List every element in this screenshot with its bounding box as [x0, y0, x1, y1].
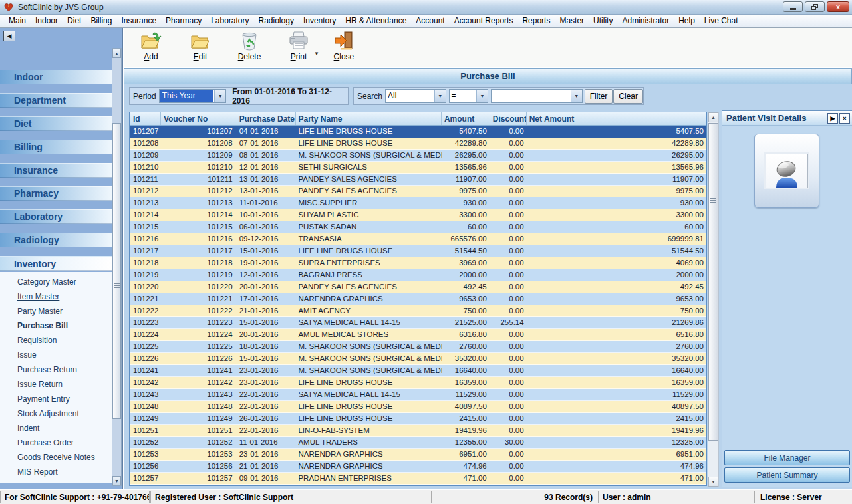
- menu-item-hr-attendance[interactable]: HR & Attendance: [341, 15, 411, 27]
- sidebar-scroll-thumb[interactable]: [112, 123, 121, 419]
- sidebar-item-category-master[interactable]: Category Master: [0, 275, 112, 289]
- menu-item-inventory[interactable]: Inventory: [299, 15, 341, 27]
- sidebar-item-purchase-return[interactable]: Purchase Return: [0, 362, 112, 377]
- menu-item-pharmacy[interactable]: Pharmacy: [161, 15, 206, 27]
- table-row[interactable]: 10121310121311-01-2016MISC.SUPPLIER930.0…: [130, 197, 706, 209]
- sidebar-item-stock-adjustment[interactable]: Stock Adjustment: [0, 406, 112, 421]
- sidebar-item-issue-return[interactable]: Issue Return: [0, 377, 112, 392]
- sidebar-item-item-master[interactable]: Item Master: [0, 289, 112, 304]
- table-row[interactable]: 10121510121506-01-2016PUSTAK SADAN60.000…: [130, 221, 706, 233]
- sidebar-scrollbar[interactable]: ▲ ▼: [112, 48, 122, 486]
- panel-expand-icon[interactable]: ▶: [827, 113, 838, 124]
- sidebar-item-payment-entry[interactable]: Payment Entry: [0, 392, 112, 406]
- add-button[interactable]: Add: [132, 31, 170, 61]
- menu-item-reports[interactable]: Reports: [517, 15, 555, 27]
- chevron-down-icon[interactable]: ▼: [214, 90, 225, 102]
- close-button[interactable]: Close: [325, 31, 363, 61]
- table-row[interactable]: 10120910120908-01-2016M. SHAKOOR SONS (S…: [130, 150, 706, 162]
- column-header-purchase-date[interactable]: Purchase Date: [235, 112, 297, 125]
- table-row[interactable]: 10124110124123-01-2016M. SHAKOOR SONS (S…: [130, 365, 706, 377]
- menu-item-live-chat[interactable]: Live Chat: [700, 15, 743, 27]
- table-row[interactable]: 10120710120704-01-2016LIFE LINE DRUGS HO…: [130, 126, 706, 138]
- menu-item-radiology[interactable]: Radiology: [254, 15, 299, 27]
- sidebar-group-diet[interactable]: Diet: [0, 116, 112, 131]
- table-row[interactable]: 10125310125323-01-2016NARENDRA GRAPHICS6…: [130, 449, 706, 461]
- menu-item-administrator[interactable]: Administrator: [617, 15, 674, 27]
- print-button[interactable]: Print: [279, 31, 318, 61]
- scroll-down-icon[interactable]: ▼: [708, 477, 718, 487]
- table-row[interactable]: 10124210124223-01-2016LIFE LINE DRUGS HO…: [130, 377, 706, 389]
- filter-value-select[interactable]: ▼: [491, 89, 583, 103]
- table-row[interactable]: 10121110121113-01-2016PANDEY SALES AGENC…: [130, 174, 706, 186]
- restore-button[interactable]: [805, 1, 825, 12]
- menu-item-master[interactable]: Master: [555, 15, 589, 27]
- sidebar-group-insurance[interactable]: Insurance: [0, 163, 112, 178]
- table-row[interactable]: 10124910124926-01-2016LIFE LINE DRUGS HO…: [130, 413, 706, 425]
- filter-button[interactable]: Filter: [585, 89, 613, 104]
- table-row[interactable]: 10121610121609-12-2016TRANSASIA665576.00…: [130, 233, 706, 245]
- grid-scroll-thumb[interactable]: [708, 123, 718, 441]
- menu-item-help[interactable]: Help: [674, 15, 700, 27]
- table-row[interactable]: 10124310124322-01-2016SATYA MEDICAL HALL…: [130, 389, 706, 401]
- table-row[interactable]: 10125210125211-01-2016AMUL TRADERS12355.…: [130, 437, 706, 449]
- sidebar-group-radiology[interactable]: Radiology: [0, 233, 112, 247]
- table-row[interactable]: 10121710121715-01-2016LIFE LINE DRUGS HO…: [130, 245, 706, 257]
- chevron-down-icon[interactable]: ▼: [571, 90, 582, 102]
- table-row[interactable]: 10120810120807-01-2016LIFE LINE DRUGS HO…: [130, 138, 706, 150]
- column-header-party-name[interactable]: Party Name: [296, 112, 441, 125]
- table-row[interactable]: 10121810121819-01-2016SUPRA ENTERPRISES3…: [130, 257, 706, 269]
- sidebar-item-mis-report[interactable]: MIS Report: [0, 465, 112, 479]
- column-header-discount[interactable]: Discount: [490, 112, 527, 125]
- file-manager-button[interactable]: File Manager: [724, 450, 850, 465]
- menu-item-billing[interactable]: Billing: [86, 15, 116, 27]
- menu-item-account-reports[interactable]: Account Reports: [450, 15, 518, 27]
- table-row[interactable]: 10121910121912-01-2016BAGRANJ PRESS2000.…: [130, 269, 706, 281]
- scroll-up-icon[interactable]: ▲: [112, 49, 121, 58]
- column-header-amount[interactable]: Amount: [442, 112, 490, 125]
- sidebar-group-department[interactable]: Department: [0, 93, 112, 108]
- sidebar-group-laboratory[interactable]: Laboratory: [0, 209, 112, 224]
- table-row[interactable]: 10124810124822-01-2016LIFE LINE DRUGS HO…: [130, 401, 706, 413]
- sidebar-item-goods-receive-notes[interactable]: Goods Receive Notes: [0, 450, 112, 465]
- edit-button[interactable]: Edit: [181, 31, 219, 61]
- table-row[interactable]: 10122410122420-01-2016AMUL MEDICAL STORE…: [130, 329, 706, 341]
- close-window-button[interactable]: x: [827, 1, 849, 12]
- menu-item-insurance[interactable]: Insurance: [116, 15, 161, 27]
- delete-button[interactable]: Delete: [230, 31, 269, 61]
- sidebar-group-inventory[interactable]: Inventory: [0, 256, 112, 271]
- sidebar-item-indent[interactable]: Indent: [0, 421, 112, 436]
- table-row[interactable]: 10125610125621-01-2016NARENDRA GRAPHICS4…: [130, 461, 706, 473]
- menu-item-diet[interactable]: Diet: [63, 15, 86, 27]
- sidebar-item-purchase-order[interactable]: Purchase Order: [0, 436, 112, 450]
- table-row[interactable]: 10125110125122-01-2016LIN-O-FAB-SYSTEM19…: [130, 425, 706, 437]
- column-header-net-amount[interactable]: Net Amount: [527, 112, 706, 125]
- search-field-select[interactable]: All ▼: [385, 89, 446, 103]
- column-header-voucher-no[interactable]: Voucher No: [161, 112, 235, 125]
- scroll-up-icon[interactable]: ▲: [708, 112, 718, 122]
- menu-item-laboratory[interactable]: Laboratory: [206, 15, 253, 27]
- scroll-down-icon[interactable]: ▼: [112, 476, 121, 485]
- table-row[interactable]: 10122310122315-01-2016SATYA MEDICAL HALL…: [130, 317, 706, 329]
- patient-photo-button[interactable]: [754, 134, 819, 208]
- print-dropdown-icon[interactable]: ▼: [314, 51, 319, 57]
- table-row[interactable]: 10122510122518-01-2016M. SHAKOOR SONS (S…: [130, 341, 706, 353]
- clear-button[interactable]: Clear: [613, 89, 643, 104]
- menu-item-utility[interactable]: Utility: [589, 15, 617, 27]
- table-row[interactable]: 10125710125709-01-2016PRADHAN ENTERPRISE…: [130, 473, 706, 485]
- menu-item-indoor[interactable]: Indoor: [31, 15, 63, 27]
- grid-scrollbar[interactable]: ▲ ▼: [708, 112, 719, 487]
- collapse-sidebar-button[interactable]: ◀: [3, 31, 15, 41]
- patient-summary-button[interactable]: Patient Summary: [724, 467, 850, 483]
- column-header-id[interactable]: Id: [130, 112, 161, 125]
- menu-item-main[interactable]: Main: [4, 15, 31, 27]
- sidebar-group-indoor[interactable]: Indoor: [0, 70, 112, 84]
- table-row[interactable]: 10122010122020-01-2016PANDEY SALES AGENC…: [130, 281, 706, 293]
- sidebar-group-pharmacy[interactable]: Pharmacy: [0, 186, 112, 201]
- table-row[interactable]: 10121010121012-01-2016SETHI SURGICALS135…: [130, 162, 706, 174]
- panel-close-icon[interactable]: ×: [839, 113, 850, 124]
- minimize-button[interactable]: [783, 1, 803, 12]
- sidebar-item-issue[interactable]: Issue: [0, 348, 112, 362]
- sidebar-item-purchase-bill[interactable]: Purchase Bill: [0, 318, 112, 333]
- period-select[interactable]: This Year ▼: [159, 89, 226, 103]
- sidebar-group-billing[interactable]: Billing: [0, 140, 112, 154]
